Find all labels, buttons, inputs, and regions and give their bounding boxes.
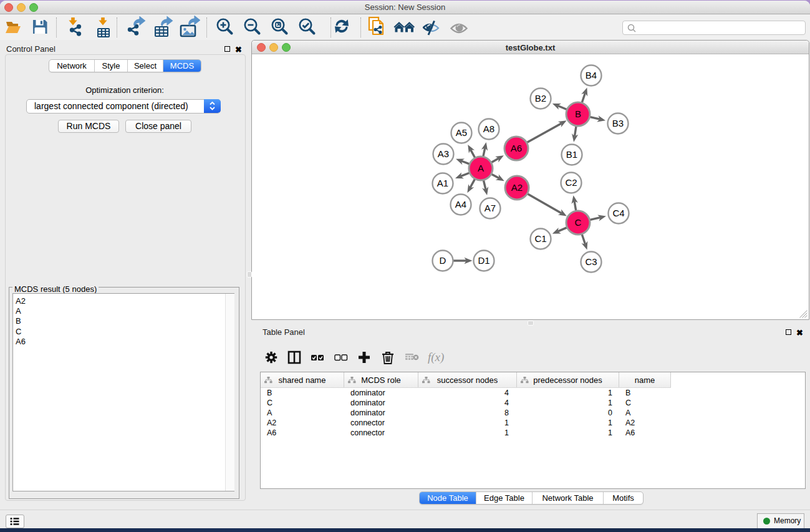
svg-text:A5: A5 [456,127,467,138]
svg-text:B1: B1 [566,149,577,160]
svg-text:D: D [440,255,446,266]
svg-text:D1: D1 [478,255,489,266]
svg-text:A4: A4 [455,199,466,210]
svg-text:A2: A2 [511,182,523,193]
svg-text:C4: C4 [612,208,624,218]
svg-text:C1: C1 [534,233,546,244]
svg-text:C3: C3 [585,256,597,267]
svg-text:B3: B3 [612,118,624,128]
svg-text:A7: A7 [485,203,496,213]
svg-text:A8: A8 [483,123,494,134]
svg-text:A6: A6 [511,143,522,153]
svg-text:C: C [575,217,582,228]
svg-text:B: B [575,109,581,119]
svg-text:A3: A3 [438,148,449,159]
svg-text:B2: B2 [535,93,546,104]
svg-text:B4: B4 [586,70,597,80]
svg-text:f(x): f(x) [428,351,444,364]
svg-text:A: A [478,163,484,173]
svg-text:C2: C2 [565,177,577,188]
svg-text:A1: A1 [437,178,448,188]
